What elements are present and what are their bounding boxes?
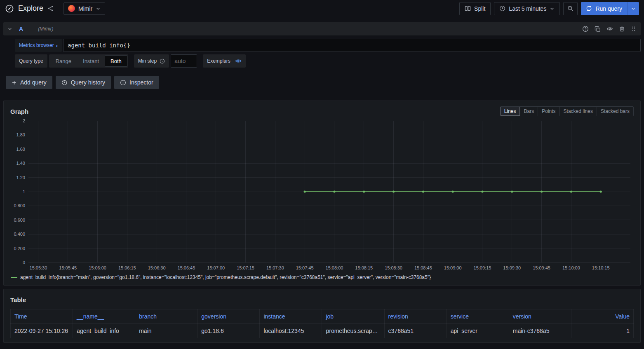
split-icon bbox=[465, 5, 471, 12]
clock-icon bbox=[499, 5, 505, 12]
legend-series-color bbox=[11, 277, 17, 278]
query-type-toggle: RangeInstantBoth bbox=[49, 54, 128, 68]
graph-mode-points[interactable]: Points bbox=[538, 107, 559, 116]
delete-query-trash-icon[interactable] bbox=[619, 26, 625, 32]
table-header-value[interactable]: Value bbox=[571, 309, 633, 324]
table-header-version[interactable]: version bbox=[509, 309, 571, 324]
query-type-option-both[interactable]: Both bbox=[105, 55, 127, 67]
min-step-label-text: Min step bbox=[138, 58, 157, 64]
x-tick-label: 15:06:15 bbox=[118, 265, 136, 270]
plus-icon bbox=[12, 80, 17, 85]
table-header-goversion[interactable]: goversion bbox=[197, 309, 260, 324]
min-step-label: Min step bbox=[134, 54, 169, 68]
chevron-right-icon: › bbox=[56, 42, 58, 49]
disable-query-eye-icon[interactable] bbox=[606, 26, 613, 32]
table-cell: go1.18.6 bbox=[197, 324, 260, 338]
series-point bbox=[570, 190, 572, 192]
table-cell: api_server bbox=[447, 324, 509, 338]
table-header-job[interactable]: job bbox=[322, 309, 384, 324]
table-header-name[interactable]: __name__ bbox=[73, 309, 135, 324]
x-tick-label: 15:07:30 bbox=[266, 265, 284, 270]
datasource-name: Mimir bbox=[78, 5, 92, 12]
y-tick-label: 0.600 bbox=[14, 218, 25, 223]
results-table: Time__name__branchgoversioninstancejobre… bbox=[10, 309, 634, 338]
time-range-picker[interactable]: Last 5 minutes bbox=[494, 2, 560, 15]
metrics-browser-button[interactable]: Metrics browser › bbox=[15, 39, 62, 52]
graph-draw-mode-toggle: LinesBarsPointsStacked linesStacked bars bbox=[500, 106, 634, 116]
table-header-branch[interactable]: branch bbox=[135, 309, 197, 324]
inspector-button[interactable]: Inspector bbox=[114, 76, 159, 89]
query-type-option-range[interactable]: Range bbox=[50, 55, 77, 67]
graph-mode-stacked-lines[interactable]: Stacked lines bbox=[559, 107, 597, 116]
exemplars-field: Exemplars bbox=[203, 54, 246, 68]
query-history-button[interactable]: Query history bbox=[56, 76, 111, 89]
y-tick-label: 1.40 bbox=[16, 161, 25, 166]
x-tick-label: 15:09:00 bbox=[444, 265, 462, 270]
table-row: 2022-09-27 15:10:26agent_build_infomaing… bbox=[11, 324, 634, 338]
query-type-option-instant[interactable]: Instant bbox=[77, 55, 105, 67]
table-header-revision[interactable]: revision bbox=[384, 309, 447, 324]
copy-query-icon[interactable] bbox=[595, 26, 601, 32]
x-tick-label: 15:08:30 bbox=[385, 265, 402, 270]
legend-series-label[interactable]: agent_build_info{branch="main", goversio… bbox=[20, 274, 431, 280]
table-panel: Table Time__name__branchgoversioninstanc… bbox=[3, 289, 641, 343]
table-cell: prometheus.scrape.... bbox=[322, 324, 384, 338]
run-query-button[interactable]: Run query bbox=[581, 2, 627, 15]
query-datasource-hint: (Mimir) bbox=[38, 26, 53, 32]
add-query-button[interactable]: Add query bbox=[6, 76, 52, 89]
x-tick-label: 15:06:45 bbox=[178, 265, 195, 270]
metrics-browser-label: Metrics browser bbox=[19, 42, 54, 48]
series-point bbox=[422, 190, 424, 192]
table-cell: agent_build_info bbox=[73, 324, 135, 338]
query-ref-id[interactable]: A bbox=[16, 26, 23, 32]
x-tick-label: 15:07:45 bbox=[296, 265, 314, 270]
history-icon bbox=[61, 80, 68, 86]
y-tick-label: 0.200 bbox=[14, 246, 25, 251]
y-tick-label: 1 bbox=[23, 189, 25, 194]
help-icon[interactable] bbox=[582, 26, 589, 32]
series-point bbox=[333, 190, 335, 192]
table-header-time[interactable]: Time bbox=[11, 309, 73, 324]
graph-panel-title: Graph bbox=[10, 108, 28, 115]
x-tick-label: 15:08:00 bbox=[326, 265, 343, 270]
drag-handle-icon[interactable] bbox=[631, 26, 637, 32]
x-tick-label: 15:09:15 bbox=[474, 265, 491, 270]
x-tick-label: 15:07:15 bbox=[237, 265, 254, 270]
query-editor-header: A (Mimir) bbox=[3, 22, 641, 35]
y-tick-label: 1.80 bbox=[16, 132, 25, 137]
series-point bbox=[393, 190, 395, 192]
series-point bbox=[600, 190, 602, 192]
refresh-icon bbox=[586, 5, 592, 12]
graph-mode-bars[interactable]: Bars bbox=[520, 107, 538, 116]
table-header-instance[interactable]: instance bbox=[260, 309, 322, 324]
graph-canvas[interactable]: 00.2000.4000.6000.80011.201.401.601.8021… bbox=[10, 117, 634, 273]
run-query-dropdown[interactable] bbox=[627, 2, 639, 15]
split-button[interactable]: Split bbox=[459, 2, 491, 15]
info-circle-icon bbox=[120, 80, 126, 86]
graph-mode-stacked-bars[interactable]: Stacked bars bbox=[597, 107, 633, 116]
chevron-down-icon bbox=[631, 6, 636, 11]
exemplars-toggle-eye-icon[interactable] bbox=[235, 58, 242, 64]
split-label: Split bbox=[474, 5, 485, 12]
zoom-out-icon bbox=[567, 5, 573, 12]
query-expression-input[interactable] bbox=[63, 39, 641, 52]
y-tick-label: 0.800 bbox=[14, 203, 25, 208]
x-tick-label: 15:05:45 bbox=[59, 265, 77, 270]
share-icon[interactable] bbox=[47, 5, 54, 12]
collapse-chevron-icon[interactable] bbox=[7, 26, 12, 31]
time-range-label: Last 5 minutes bbox=[509, 5, 546, 12]
datasource-picker[interactable]: Mimir bbox=[63, 2, 105, 15]
y-tick-label: 0.400 bbox=[14, 232, 25, 237]
table-cell: 2022-09-27 15:10:26 bbox=[11, 324, 73, 338]
min-step-input[interactable] bbox=[171, 54, 197, 68]
explore-compass-icon[interactable] bbox=[5, 4, 14, 13]
series-point bbox=[511, 190, 513, 192]
run-query-label: Run query bbox=[595, 5, 622, 12]
zoom-out-button[interactable] bbox=[563, 2, 578, 15]
table-header-service[interactable]: service bbox=[447, 309, 509, 324]
table-cell: localhost:12345 bbox=[260, 324, 322, 338]
exemplars-label: Exemplars bbox=[207, 58, 230, 64]
graph-mode-lines[interactable]: Lines bbox=[501, 107, 520, 116]
mimir-logo-icon bbox=[68, 5, 75, 12]
info-icon bbox=[160, 59, 165, 64]
